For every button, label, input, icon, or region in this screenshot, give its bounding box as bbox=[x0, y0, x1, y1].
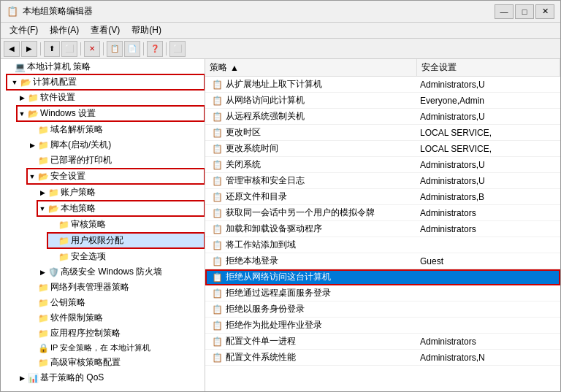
policy-col-label: 策略 bbox=[210, 61, 227, 74]
policy-name-2: 从远程系统强制关机 bbox=[226, 110, 416, 123]
policy-row-shutdown[interactable]: 📋 关闭系统 Administrators,U bbox=[205, 157, 560, 173]
tree-security-settings[interactable]: ▼ 📂 安全设置 bbox=[27, 169, 205, 184]
tree-user-rights[interactable]: 📁 用户权限分配 bbox=[47, 233, 205, 248]
policy-name-0: 从扩展地址上取下计算机 bbox=[226, 78, 416, 91]
up-button[interactable]: ⬆ bbox=[44, 41, 60, 57]
tree-qos[interactable]: ▶ 📊 基于策略的 QoS bbox=[17, 370, 205, 385]
policy-row-change-timezone[interactable]: 📋 更改时区 LOCAL SERVICE, bbox=[205, 125, 560, 141]
policy-row-config-system[interactable]: 📋 配置文件系统性能 Administrators,N bbox=[205, 350, 560, 366]
dns-expand bbox=[27, 125, 37, 135]
tree-softrestrict[interactable]: 📁 软件限制策略 bbox=[27, 310, 205, 326]
tree-computer-config[interactable]: ▼ 📂 计算机配置 bbox=[7, 74, 205, 90]
policy-security-17: Administrators,N bbox=[416, 353, 560, 363]
policy-row-deny-rdp[interactable]: 📋 拒绝通过远程桌面服务登录 bbox=[205, 285, 560, 301]
advaudit-expand bbox=[27, 358, 37, 368]
policy-row-add-workstation[interactable]: 📋 将工作站添加到域 bbox=[205, 237, 560, 253]
policy-row-load-drivers[interactable]: 📋 加载和卸载设备驱动程序 Administrators bbox=[205, 221, 560, 237]
back-button[interactable]: ◀ bbox=[4, 41, 20, 57]
windows-settings-children: 📁 域名解析策略 ▶ 📁 脚本(启动/关机) 📁 已部署的打印机 bbox=[17, 122, 205, 370]
menu-view[interactable]: 查看(V) bbox=[85, 23, 126, 38]
col-header-policy[interactable]: 策略 ▲ bbox=[205, 59, 417, 76]
policy-row-deny-network[interactable]: 📋 拒绝从网络访问这台计算机 bbox=[205, 269, 560, 285]
computer-config-label: 计算机配置 bbox=[33, 76, 77, 88]
tree-root[interactable]: 💻 本地计算机 策略 bbox=[1, 59, 205, 74]
properties-button[interactable]: 📋 bbox=[107, 41, 123, 57]
qos-icon: 📊 bbox=[27, 373, 39, 383]
tree-netlist[interactable]: 📁 网络列表管理器策略 bbox=[27, 280, 205, 295]
audit-expand bbox=[47, 220, 58, 230]
policy-row-deny-service[interactable]: 📋 拒绝以服务身份登录 bbox=[205, 301, 560, 318]
security-settings-children: ▶ 📁 账户策略 ▼ 📂 本地策略 bbox=[27, 185, 205, 280]
new-button[interactable]: 📄 bbox=[124, 41, 140, 57]
tree-ipsec[interactable]: 🔒 IP 安全策略，在 本地计算机 bbox=[27, 341, 205, 355]
userrights-icon: 📁 bbox=[58, 236, 69, 246]
computer-config-expand: ▼ bbox=[9, 77, 20, 88]
policy-row-deny-local[interactable]: 📋 拒绝本地登录 Guest bbox=[205, 253, 560, 269]
tree-software-settings[interactable]: ▶ 📁 软件设置 bbox=[17, 90, 205, 105]
tree-pubkey[interactable]: 📁 公钥策略 bbox=[27, 295, 205, 310]
col-header-security[interactable]: 安全设置 bbox=[417, 59, 560, 76]
maximize-button[interactable]: □ bbox=[515, 4, 534, 19]
tree-dns[interactable]: 📁 域名解析策略 bbox=[27, 122, 205, 137]
userrights-label: 用户权限分配 bbox=[71, 234, 123, 247]
computer-config-icon: 📂 bbox=[20, 77, 31, 88]
policy-security-8: Administrators bbox=[416, 208, 560, 218]
delete-button[interactable]: ✕ bbox=[84, 41, 100, 57]
firewall-icon: 🛡️ bbox=[47, 267, 59, 277]
window-icon: 📋 bbox=[7, 6, 18, 17]
policy-row-expand-from-above[interactable]: 📋 从扩展地址上取下计算机 Administrators,U bbox=[205, 77, 560, 93]
firewall-expand: ▶ bbox=[37, 267, 47, 277]
policy-icon-6: 📋 bbox=[211, 175, 223, 187]
windows-label: Windows 设置 bbox=[40, 107, 96, 120]
security-label: 安全设置 bbox=[50, 170, 85, 182]
policy-row-change-time[interactable]: 📋 更改系统时间 LOCAL SERVICE, bbox=[205, 141, 560, 157]
policy-row-config-single[interactable]: 📋 配置文件单一进程 Administrators bbox=[205, 334, 560, 350]
tree-audit[interactable]: 📁 审核策略 bbox=[47, 217, 205, 232]
minimize-button[interactable]: — bbox=[495, 4, 514, 19]
scripts-expand: ▶ bbox=[27, 140, 37, 150]
softrestrict-expand bbox=[27, 313, 37, 323]
audit-label: 审核策略 bbox=[71, 218, 106, 231]
policy-name-1: 从网络访问此计算机 bbox=[226, 94, 416, 107]
policy-name-7: 还原文件和目录 bbox=[226, 191, 416, 203]
forward-button[interactable]: ▶ bbox=[21, 41, 37, 57]
toolbar-separator-3 bbox=[103, 42, 104, 55]
policy-row-restore-files[interactable]: 📋 还原文件和目录 Administrators,B bbox=[205, 189, 560, 205]
tree-adv-audit[interactable]: 📁 高级审核策略配置 bbox=[27, 355, 205, 370]
tree-applocker[interactable]: 📁 应用程序控制策略 bbox=[27, 326, 205, 341]
menu-help[interactable]: 帮助(H) bbox=[126, 23, 167, 38]
tree-windows-settings[interactable]: ▼ 📂 Windows 设置 bbox=[17, 106, 205, 121]
tree-account[interactable]: ▶ 📁 账户策略 bbox=[37, 185, 205, 200]
view-button[interactable]: ⬜ bbox=[169, 41, 186, 57]
help-button[interactable]: ❓ bbox=[147, 41, 163, 57]
policy-row-audit-security[interactable]: 📋 管理审核和安全日志 Administrators,U bbox=[205, 173, 560, 189]
close-button[interactable]: ✕ bbox=[535, 4, 554, 19]
software-icon: 📁 bbox=[27, 93, 39, 103]
tree-security-options[interactable]: 📁 安全选项 bbox=[47, 249, 205, 264]
tree-printers[interactable]: 📁 已部署的打印机 bbox=[27, 153, 205, 168]
policy-icon-7: 📋 bbox=[211, 191, 223, 203]
tree-adv-firewall[interactable]: ▶ 🛡️ 高级安全 Windows 防火墙 bbox=[37, 264, 205, 280]
tree-scripts[interactable]: ▶ 📁 脚本(启动/关机) bbox=[27, 137, 205, 153]
policy-security-6: Administrators,U bbox=[416, 176, 560, 186]
security-expand: ▼ bbox=[27, 172, 37, 182]
netlist-label: 网络列表管理器策略 bbox=[50, 281, 129, 293]
toolbar-separator-1 bbox=[40, 42, 41, 55]
pubkey-expand bbox=[27, 298, 37, 308]
menu-action[interactable]: 操作(A) bbox=[44, 23, 85, 38]
policy-row-access-from-network[interactable]: 📋 从网络访问此计算机 Everyone,Admin bbox=[205, 93, 560, 109]
policy-row-remote-shutdown[interactable]: 📋 从远程系统强制关机 Administrators,U bbox=[205, 109, 560, 125]
policy-security-1: Everyone,Admin bbox=[416, 96, 560, 106]
menu-file[interactable]: 文件(F) bbox=[4, 23, 44, 38]
policy-icon-9: 📋 bbox=[211, 223, 223, 235]
main-window: 📋 本地组策略编辑器 — □ ✕ 文件(F) 操作(A) 查看(V) 帮助(H)… bbox=[0, 0, 561, 392]
printers-expand bbox=[27, 155, 37, 166]
tree-local-policy[interactable]: ▼ 📂 本地策略 bbox=[37, 201, 205, 216]
local-policy-wrapper: ▼ 📂 本地策略 bbox=[37, 201, 205, 216]
show-desktop-button[interactable]: ⬜ bbox=[61, 41, 77, 57]
policy-name-13: 拒绝通过远程桌面服务登录 bbox=[226, 287, 416, 299]
policy-row-impersonate[interactable]: 📋 获取同一会话中另一个用户的模拟令牌 Administrators bbox=[205, 205, 560, 221]
policy-row-deny-batch[interactable]: 📋 拒绝作为批处理作业登录 bbox=[205, 318, 560, 334]
toolbar-separator-2 bbox=[80, 42, 81, 55]
advaudit-label: 高级审核策略配置 bbox=[50, 356, 121, 369]
